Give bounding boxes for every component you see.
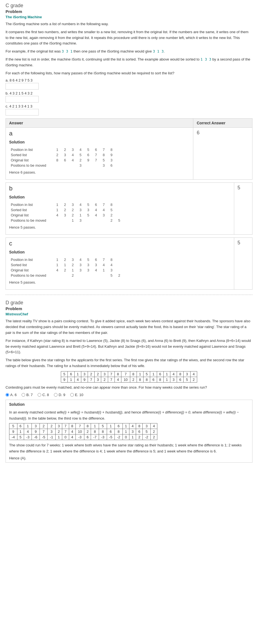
radio-input[interactable] <box>22 393 25 397</box>
table-cell: 1 <box>129 434 136 440</box>
d-sol-text2: The show could run for 7 weeks: 1 week w… <box>9 442 249 454</box>
row-cell <box>53 163 61 168</box>
options-group: A. 6B. 7C. 8D. 9E. 10 <box>6 393 252 397</box>
row-cell: 4 <box>77 257 84 262</box>
table-row: 914973274102886813652 <box>61 377 197 382</box>
row-cell: 1 <box>53 257 61 262</box>
row-cell: 4 <box>53 268 61 273</box>
row-cell: 3 <box>77 163 84 168</box>
table-cell: 6 <box>84 434 91 440</box>
row-cell: 2 <box>69 213 77 218</box>
radio-input[interactable] <box>6 393 9 397</box>
d-problem-title: MistressChef <box>6 312 252 316</box>
row-label: Original list <box>9 213 53 218</box>
table-cell: 1 <box>107 423 115 429</box>
c-problem-title: The iSorting Machine <box>6 15 252 19</box>
row-cell <box>61 218 69 223</box>
row-cell: 7 <box>100 257 108 262</box>
table-cell: 6 <box>150 377 157 382</box>
row-cell: 3 <box>69 147 77 152</box>
row-label: Sorted list <box>9 207 53 213</box>
table-cell: 9 <box>81 377 88 382</box>
radio-option[interactable]: D. 9 <box>54 393 65 397</box>
section-divider <box>6 295 252 295</box>
row-cell: 4 <box>100 207 108 213</box>
table-cell: 7 <box>108 377 114 382</box>
row-label: Position in list <box>9 257 53 262</box>
hence-c: Hence 5 passes. <box>9 280 231 284</box>
part-c-label: c. 4 2 1 3 3 4 1 3 <box>6 104 32 108</box>
table-cell: 5 <box>17 434 24 440</box>
table-cell: 10 <box>75 429 84 434</box>
table-cell: 6 <box>68 371 74 377</box>
radio-input[interactable] <box>38 393 41 397</box>
row-cell <box>84 218 92 223</box>
solution-row: Original list86429753 <box>9 158 115 163</box>
table-cell: 3 <box>184 371 190 377</box>
row-cell: 1 <box>53 147 61 152</box>
solution-row: Positions to be moved1325 <box>9 218 123 223</box>
radio-input[interactable] <box>70 393 74 397</box>
solution-box-b: Solution Position in list12345678Sorted … <box>9 192 231 232</box>
row-label: Sorted list <box>9 262 53 268</box>
table-cell: 2 <box>150 429 157 434</box>
table-cell: 3 <box>81 371 88 377</box>
radio-input[interactable] <box>54 393 58 397</box>
table-cell: 4 <box>190 371 197 377</box>
d-question: Contesting pairs must be evenly matched,… <box>6 385 252 391</box>
solution-row: Positions to be moved336 <box>9 163 115 168</box>
correct-col-header: Correct Answer <box>193 119 252 128</box>
table-cell: -3 <box>24 434 32 440</box>
table-cell: 8 <box>114 371 121 377</box>
table-cell: 8 <box>115 429 123 434</box>
table-cell: 2 <box>101 377 108 382</box>
table-cell: -7 <box>91 434 99 440</box>
row-cell: 3 <box>69 202 77 207</box>
table-cell: 3 <box>101 371 108 377</box>
c-desc2: It compares the first two numbers, and w… <box>6 29 252 46</box>
row-cell <box>100 273 108 278</box>
table-cell: 7 <box>40 429 48 434</box>
radio-option[interactable]: E. 10 <box>70 393 83 397</box>
row-cell: 5 <box>84 202 92 207</box>
table-cell: 1 <box>150 371 157 377</box>
table-cell: 3 <box>56 423 62 429</box>
radio-option[interactable]: C. 8 <box>38 393 49 397</box>
row-cell: 3 <box>84 268 92 273</box>
table-cell: 5 <box>144 371 150 377</box>
row-cell: 8 <box>108 147 115 152</box>
row-cell: 2 <box>61 268 69 273</box>
row-cell: 8 <box>100 152 108 158</box>
row-cell: 1 <box>53 202 61 207</box>
table-row: -45-3-6-5-1104-36-7-3-5-2012-22 <box>9 434 157 440</box>
table-row: 914973274102886813652 <box>9 429 157 434</box>
row-cell <box>92 273 100 278</box>
table-cell: 1 <box>24 423 32 429</box>
row-cell: 3 <box>100 163 108 168</box>
table-cell: 0 <box>123 434 129 440</box>
table-cell: 10 <box>121 377 130 382</box>
table-row: 56132237878151614834 <box>61 371 197 377</box>
c-grade-header: C grade <box>6 3 252 9</box>
row-cell: 3 <box>77 268 84 273</box>
table-cell: 5 <box>9 423 17 429</box>
table-cell: 4 <box>69 434 75 440</box>
part-b-input[interactable] <box>6 96 39 103</box>
row-cell: 2 <box>108 218 115 223</box>
solution-row: Position in list12345678 <box>9 257 123 262</box>
radio-option[interactable]: B. 7 <box>22 393 33 397</box>
row-cell: 5 <box>115 218 123 223</box>
c-desc1: The iSorting machine sorts a list of num… <box>6 21 252 27</box>
table-cell: 2 <box>130 377 137 382</box>
row-cell <box>69 163 77 168</box>
solution-row: Position in list12345678 <box>9 202 123 207</box>
row-cell: 5 <box>100 158 108 163</box>
radio-option[interactable]: A. 6 <box>6 393 17 397</box>
table-cell: 8 <box>157 377 163 382</box>
table-cell: 6 <box>107 429 115 434</box>
hence-b: Hence 5 passes. <box>9 225 231 229</box>
row-cell: 3 <box>69 257 77 262</box>
part-c-input[interactable] <box>6 109 39 116</box>
part-a-input[interactable] <box>6 83 39 90</box>
row-cell: 2 <box>108 213 115 218</box>
